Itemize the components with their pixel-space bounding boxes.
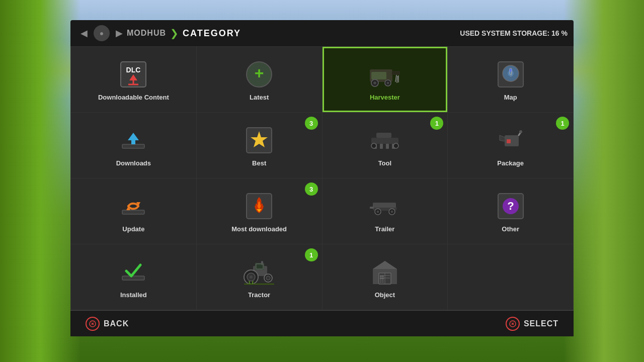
svg-rect-22	[122, 144, 144, 148]
grid-item-package[interactable]: 1 Package	[448, 113, 573, 178]
svg-rect-28	[380, 144, 383, 149]
nav-forward-arrow[interactable]: ▶	[112, 26, 127, 41]
svg-point-43	[376, 210, 379, 213]
svg-text:+: +	[255, 64, 264, 82]
svg-line-14	[395, 75, 396, 82]
tool-icon	[369, 124, 401, 156]
grid-item-best[interactable]: 3 Best	[197, 113, 322, 178]
storage-info: USED SYSTEM STORAGE: 16 %	[460, 29, 568, 37]
grid-item-label-most-downloaded: Most downloaded	[231, 225, 287, 233]
grid-item-label-other: Other	[502, 225, 519, 233]
svg-point-12	[386, 81, 389, 84]
nav-circle: ●	[94, 25, 110, 41]
grid-item-label-update: Update	[122, 225, 144, 233]
grid-item-label-package: Package	[497, 159, 524, 167]
grid-item-trailer[interactable]: Trailer	[323, 178, 448, 244]
grid-item-latest[interactable]: + Latest	[197, 47, 322, 112]
svg-text:DLC: DLC	[126, 66, 141, 74]
most-downloaded-badge: 3	[305, 183, 318, 196]
category-grid: DLC Downloadable Content + Latest	[70, 46, 574, 310]
most-downloaded-icon	[243, 190, 275, 222]
svg-point-45	[390, 210, 393, 213]
svg-marker-64	[373, 261, 397, 269]
svg-rect-36	[507, 139, 511, 143]
svg-rect-31	[376, 133, 391, 138]
harvester-icon	[369, 58, 401, 90]
other-icon: ?	[495, 190, 527, 222]
svg-rect-46	[370, 207, 374, 209]
grid-item-downloadable-content[interactable]: DLC Downloadable Content	[71, 47, 196, 112]
svg-point-35	[519, 130, 522, 133]
breadcrumb-category: CATEGORY	[183, 28, 241, 39]
svg-line-15	[397, 76, 397, 83]
grid-item-downloads[interactable]: Downloads	[71, 113, 196, 178]
svg-point-32	[371, 143, 376, 148]
main-container: ◀ ● ▶ MODHUB ❯ CATEGORY USED SYSTEM STOR…	[70, 20, 574, 342]
svg-rect-50	[122, 276, 144, 280]
svg-text:?: ?	[507, 200, 514, 212]
grid-item-label-object: Object	[375, 291, 395, 299]
breadcrumb-separator: ❯	[170, 27, 179, 39]
object-icon	[369, 256, 401, 288]
grid-item-label-harvester: Harvester	[370, 94, 400, 101]
grid-item-label-trailer: Trailer	[375, 225, 394, 233]
dlc-icon: DLC	[117, 58, 149, 90]
nav-back-arrow[interactable]: ◀	[76, 26, 92, 41]
grid-item-harvester[interactable]: Harvester	[323, 47, 448, 112]
svg-rect-13	[392, 71, 400, 75]
svg-rect-54	[261, 261, 263, 265]
grid-item-installed[interactable]: Installed	[71, 244, 196, 310]
best-badge: 3	[305, 117, 318, 130]
back-button-label: BACK	[104, 319, 129, 328]
footer: BACK SELECT	[70, 310, 574, 336]
svg-point-57	[250, 276, 253, 279]
breadcrumb: MODHUB ❯ CATEGORY	[127, 27, 460, 39]
select-button-icon	[506, 317, 520, 331]
back-button[interactable]: BACK	[86, 317, 129, 331]
grid-item-label-tractor: Tractor	[248, 291, 270, 299]
trailer-icon	[369, 190, 401, 222]
grid-item-label-map: Map	[504, 94, 517, 101]
breadcrumb-modhub: MODHUB	[127, 29, 166, 38]
background-field-right	[564, 0, 644, 362]
select-button[interactable]: SELECT	[506, 317, 558, 331]
installed-icon	[117, 256, 149, 288]
svg-point-59	[266, 276, 270, 280]
map-icon	[495, 58, 527, 90]
svg-point-33	[393, 143, 398, 148]
svg-rect-37	[122, 210, 144, 214]
svg-rect-26	[371, 138, 398, 144]
svg-marker-23	[128, 133, 139, 144]
grid-item-label-latest: Latest	[250, 94, 269, 101]
grid-item-label-installed: Installed	[120, 291, 147, 299]
grid-item-other[interactable]: ? Other	[448, 178, 573, 244]
downloads-icon	[117, 124, 149, 156]
svg-point-10	[373, 81, 376, 84]
grid-item-tractor[interactable]: 1	[197, 244, 322, 310]
grid-item-map[interactable]: Map	[448, 47, 573, 112]
latest-icon: +	[243, 58, 275, 90]
background-field-left	[0, 0, 80, 362]
tractor-icon	[243, 256, 275, 288]
grid-item-most-downloaded[interactable]: 3 Most downloaded	[197, 178, 322, 244]
grid-item-empty	[448, 244, 573, 310]
grid-item-label-tool: Tool	[378, 159, 391, 167]
grid-item-label-best: Best	[252, 159, 266, 167]
update-icon	[117, 190, 149, 222]
grid-item-label-downloads: Downloads	[116, 159, 151, 167]
header: ◀ ● ▶ MODHUB ❯ CATEGORY USED SYSTEM STOR…	[70, 20, 574, 46]
select-button-label: SELECT	[524, 319, 558, 328]
tool-badge: 1	[430, 117, 443, 130]
package-icon	[495, 124, 527, 156]
grid-item-label-dlc: Downloadable Content	[98, 94, 169, 101]
package-badge: 1	[556, 117, 569, 130]
back-button-icon	[86, 317, 100, 331]
best-icon	[243, 124, 275, 156]
svg-rect-29	[386, 144, 389, 149]
grid-item-tool[interactable]: 1 Tool	[323, 113, 448, 178]
tractor-badge: 1	[305, 248, 318, 261]
grid-item-update[interactable]: Update	[71, 178, 196, 244]
grid-item-object[interactable]: Object	[323, 244, 448, 310]
svg-rect-8	[371, 72, 386, 79]
